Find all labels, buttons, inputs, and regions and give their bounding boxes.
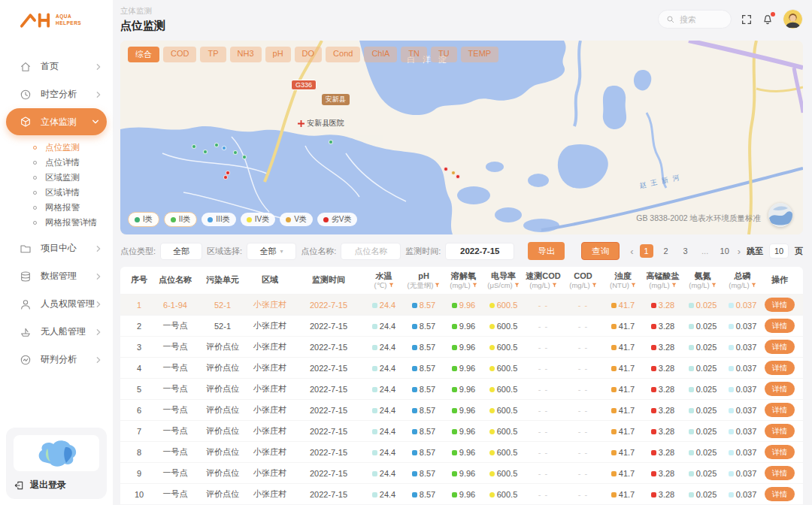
map-point[interactable] (222, 146, 226, 150)
column-header-pH[interactable]: pH(无量纲) (404, 271, 444, 290)
table-row[interactable]: 16-1-9452-1小张庄村2022-7-1524.48.579.96600.… (120, 294, 803, 315)
export-button[interactable]: 导出 (528, 242, 565, 260)
column-header-高锰酸盐[interactable]: 高锰酸盐(mg/L) (643, 271, 683, 290)
map-point[interactable] (444, 167, 448, 171)
table-row[interactable]: 3一号点评价点位小张庄村2022-7-1524.48.579.96600.5- … (120, 336, 803, 357)
sidebar-item-研判分析[interactable]: 研判分析 (0, 346, 113, 373)
map-tab-NH3[interactable]: NH3 (230, 47, 262, 62)
funnel-icon[interactable] (671, 283, 677, 288)
funnel-icon[interactable] (472, 283, 477, 288)
map-point[interactable] (451, 171, 456, 175)
sidebar-item-首页[interactable]: 首页 (0, 53, 113, 80)
site-name-input[interactable] (341, 243, 401, 260)
map-point[interactable] (192, 144, 196, 149)
legend-item-II类[interactable]: II类 (164, 212, 198, 227)
map-tab-pH[interactable]: pH (265, 47, 291, 62)
legend-item-I类[interactable]: I类 (128, 212, 159, 227)
funnel-icon[interactable] (592, 283, 597, 288)
table-row[interactable]: 4一号点评价点位小张庄村2022-7-1524.48.579.96600.5- … (120, 357, 803, 378)
detail-button[interactable]: 详情 (765, 298, 795, 312)
detail-button[interactable]: 详情 (765, 403, 795, 417)
sidebar-subitem-网格报警详情[interactable]: 网格报警详情 (0, 215, 113, 230)
funnel-icon[interactable] (389, 283, 394, 288)
column-header-总磷[interactable]: 总磷(mg/L) (723, 271, 762, 290)
page-button-2[interactable]: 2 (659, 244, 673, 258)
next-page-button[interactable]: › (738, 246, 741, 257)
table-row[interactable]: 5一号点评价点位小张庄村2022-7-1524.48.579.96600.5- … (120, 378, 803, 399)
sidebar-subitem-网格报警[interactable]: 网格报警 (0, 200, 113, 215)
jump-input[interactable] (769, 243, 789, 259)
map-point[interactable] (456, 174, 460, 179)
page-button-10[interactable]: 10 (718, 244, 732, 258)
type-filter-input[interactable] (160, 243, 202, 260)
funnel-icon[interactable] (751, 283, 756, 288)
detail-button[interactable]: 详情 (765, 487, 795, 501)
page-button-1[interactable]: 1 (640, 244, 653, 258)
funnel-icon[interactable] (711, 283, 717, 288)
legend-item-V类[interactable]: V类 (280, 213, 313, 226)
detail-button[interactable]: 详情 (765, 361, 795, 375)
detail-button[interactable]: 详情 (765, 466, 795, 480)
funnel-icon[interactable] (631, 283, 636, 288)
time-filter-input[interactable] (445, 243, 514, 260)
map-tab-Cond[interactable]: Cond (326, 47, 360, 62)
map-tab-COD[interactable]: COD (163, 47, 196, 62)
sidebar-item-数据管理[interactable]: 数据管理 (0, 262, 113, 290)
legend-item-IV类[interactable]: IV类 (241, 213, 275, 226)
map-point[interactable] (329, 140, 333, 144)
map-point[interactable] (242, 155, 247, 159)
detail-button[interactable]: 详情 (765, 319, 795, 333)
column-header-水温[interactable]: 水温(℃) (364, 271, 404, 290)
column-header-浊度[interactable]: 浊度(NTU) (603, 271, 643, 290)
sidebar-subitem-点位监测[interactable]: 点位监测 (0, 140, 113, 155)
table-row[interactable]: 10一号点评价点位小张庄村2022-7-1524.48.579.96600.5-… (120, 483, 803, 504)
column-header-电导率[interactable]: 电导率(μS/cm) (483, 271, 523, 290)
sidebar-subitem-点位详情[interactable]: 点位详情 (0, 155, 113, 170)
globe-icon[interactable] (768, 203, 792, 227)
legend-item-劣V类[interactable]: 劣V类 (317, 213, 358, 226)
notification-bell-icon[interactable] (762, 14, 774, 26)
sidebar-item-时空分析[interactable]: 时空分析 (0, 80, 113, 108)
map-tab-TN[interactable]: TN (401, 47, 427, 62)
search-input[interactable] (680, 15, 725, 24)
detail-button[interactable]: 详情 (765, 445, 795, 459)
funnel-icon[interactable] (514, 283, 520, 288)
search-box[interactable] (658, 10, 732, 29)
funnel-icon[interactable] (552, 283, 557, 288)
map-tab-TEMP[interactable]: TEMP (461, 47, 499, 62)
funnel-icon[interactable] (435, 283, 440, 288)
map-tab-ChlA[interactable]: ChlA (364, 47, 397, 62)
map-tab-DO[interactable]: DO (295, 47, 323, 62)
map-tab-TP[interactable]: TP (200, 47, 226, 62)
table-row[interactable]: 7一号点评价点位小张庄村2022-7-1524.48.579.96600.5- … (120, 420, 803, 441)
sidebar-item-立体监测[interactable]: 立体监测 (6, 108, 107, 135)
table-row[interactable]: 9一号点评价点位小张庄村2022-7-1524.48.579.96600.5- … (120, 462, 803, 483)
column-header-溶解氧[interactable]: 溶解氧(mg/L) (444, 271, 483, 290)
sidebar-item-项目中心[interactable]: 项目中心 (0, 234, 113, 262)
map-point[interactable] (223, 175, 228, 180)
detail-button[interactable]: 详情 (765, 424, 795, 438)
sidebar-item-无人船管理[interactable]: 无人船管理 (0, 318, 113, 346)
map-tab-综合[interactable]: 综合 (128, 47, 159, 62)
legend-item-III类[interactable]: III类 (201, 213, 235, 226)
column-header-氨氮[interactable]: 氨氮(mg/L) (683, 271, 723, 290)
fullscreen-icon[interactable] (741, 14, 753, 26)
page-button-3[interactable]: 3 (679, 244, 692, 258)
column-header-COD[interactable]: COD(mg/L) (563, 271, 603, 290)
user-avatar[interactable] (783, 9, 803, 29)
map-panel[interactable]: 综合CODTPNH3pHDOCondChlATNTUTEMP 白洋淀 G336 … (120, 41, 803, 234)
detail-button[interactable]: 详情 (765, 340, 795, 354)
sidebar-item-人员权限管理[interactable]: 人员权限管理 (0, 290, 113, 318)
logout-button[interactable]: 退出登录 (14, 479, 99, 491)
query-button[interactable]: 查询 (581, 242, 620, 260)
map-point[interactable] (203, 150, 208, 154)
prev-page-button[interactable]: ‹ (630, 246, 633, 257)
column-header-速测COD[interactable]: 速测COD(mg/L) (523, 271, 563, 290)
table-row[interactable]: 8一号点评价点位小张庄村2022-7-1524.48.579.96600.5- … (120, 441, 803, 462)
table-row[interactable]: 6一号点评价点位小张庄村2022-7-1524.48.579.96600.5- … (120, 399, 803, 420)
map-point[interactable] (233, 150, 238, 155)
table-row[interactable]: 2一号点52-1小张庄村2022-7-1524.48.579.96600.5- … (120, 315, 803, 336)
detail-button[interactable]: 详情 (765, 382, 795, 396)
region-filter-select[interactable]: 全部 ▾ (247, 243, 296, 260)
map-tab-TU[interactable]: TU (431, 47, 457, 62)
